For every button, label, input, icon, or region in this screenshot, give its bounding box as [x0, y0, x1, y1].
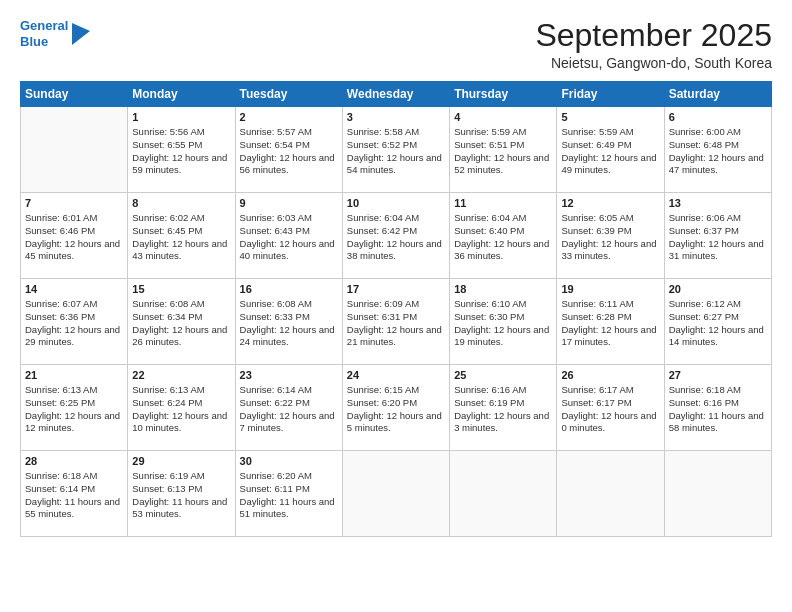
day-header-friday: Friday: [557, 82, 664, 107]
calendar-cell: 10Sunrise: 6:04 AMSunset: 6:42 PMDayligh…: [342, 193, 449, 279]
day-number: 24: [347, 368, 445, 383]
day-number: 23: [240, 368, 338, 383]
cell-info: Sunrise: 6:13 AMSunset: 6:25 PMDaylight:…: [25, 384, 123, 435]
day-number: 21: [25, 368, 123, 383]
day-number: 11: [454, 196, 552, 211]
calendar-cell: [342, 451, 449, 537]
day-header-monday: Monday: [128, 82, 235, 107]
week-row-5: 28Sunrise: 6:18 AMSunset: 6:14 PMDayligh…: [21, 451, 772, 537]
calendar-cell: 25Sunrise: 6:16 AMSunset: 6:19 PMDayligh…: [450, 365, 557, 451]
day-header-saturday: Saturday: [664, 82, 771, 107]
day-number: 6: [669, 110, 767, 125]
cell-info: Sunrise: 6:04 AMSunset: 6:42 PMDaylight:…: [347, 212, 445, 263]
calendar-cell: 14Sunrise: 6:07 AMSunset: 6:36 PMDayligh…: [21, 279, 128, 365]
day-number: 12: [561, 196, 659, 211]
cell-info: Sunrise: 6:06 AMSunset: 6:37 PMDaylight:…: [669, 212, 767, 263]
day-number: 4: [454, 110, 552, 125]
calendar-cell: 8Sunrise: 6:02 AMSunset: 6:45 PMDaylight…: [128, 193, 235, 279]
day-number: 1: [132, 110, 230, 125]
cell-info: Sunrise: 5:59 AMSunset: 6:49 PMDaylight:…: [561, 126, 659, 177]
day-number: 9: [240, 196, 338, 211]
cell-info: Sunrise: 6:19 AMSunset: 6:13 PMDaylight:…: [132, 470, 230, 521]
day-number: 7: [25, 196, 123, 211]
calendar-cell: 13Sunrise: 6:06 AMSunset: 6:37 PMDayligh…: [664, 193, 771, 279]
calendar-cell: 26Sunrise: 6:17 AMSunset: 6:17 PMDayligh…: [557, 365, 664, 451]
day-number: 8: [132, 196, 230, 211]
cell-info: Sunrise: 6:03 AMSunset: 6:43 PMDaylight:…: [240, 212, 338, 263]
cell-info: Sunrise: 6:12 AMSunset: 6:27 PMDaylight:…: [669, 298, 767, 349]
calendar-cell: 7Sunrise: 6:01 AMSunset: 6:46 PMDaylight…: [21, 193, 128, 279]
calendar-cell: 2Sunrise: 5:57 AMSunset: 6:54 PMDaylight…: [235, 107, 342, 193]
day-header-row: SundayMondayTuesdayWednesdayThursdayFrid…: [21, 82, 772, 107]
calendar-cell: 18Sunrise: 6:10 AMSunset: 6:30 PMDayligh…: [450, 279, 557, 365]
calendar-cell: 6Sunrise: 6:00 AMSunset: 6:48 PMDaylight…: [664, 107, 771, 193]
cell-info: Sunrise: 6:11 AMSunset: 6:28 PMDaylight:…: [561, 298, 659, 349]
calendar-cell: 11Sunrise: 6:04 AMSunset: 6:40 PMDayligh…: [450, 193, 557, 279]
calendar-cell: 16Sunrise: 6:08 AMSunset: 6:33 PMDayligh…: [235, 279, 342, 365]
calendar-cell: 21Sunrise: 6:13 AMSunset: 6:25 PMDayligh…: [21, 365, 128, 451]
calendar-cell: 28Sunrise: 6:18 AMSunset: 6:14 PMDayligh…: [21, 451, 128, 537]
calendar-cell: 4Sunrise: 5:59 AMSunset: 6:51 PMDaylight…: [450, 107, 557, 193]
calendar-cell: 9Sunrise: 6:03 AMSunset: 6:43 PMDaylight…: [235, 193, 342, 279]
day-number: 28: [25, 454, 123, 469]
cell-info: Sunrise: 5:59 AMSunset: 6:51 PMDaylight:…: [454, 126, 552, 177]
calendar-table: SundayMondayTuesdayWednesdayThursdayFrid…: [20, 81, 772, 537]
day-header-sunday: Sunday: [21, 82, 128, 107]
day-header-tuesday: Tuesday: [235, 82, 342, 107]
day-number: 18: [454, 282, 552, 297]
cell-info: Sunrise: 6:01 AMSunset: 6:46 PMDaylight:…: [25, 212, 123, 263]
calendar-cell: 1Sunrise: 5:56 AMSunset: 6:55 PMDaylight…: [128, 107, 235, 193]
calendar-cell: 30Sunrise: 6:20 AMSunset: 6:11 PMDayligh…: [235, 451, 342, 537]
calendar-title: September 2025: [535, 18, 772, 53]
calendar-cell: 17Sunrise: 6:09 AMSunset: 6:31 PMDayligh…: [342, 279, 449, 365]
day-number: 17: [347, 282, 445, 297]
calendar-cell: 3Sunrise: 5:58 AMSunset: 6:52 PMDaylight…: [342, 107, 449, 193]
cell-info: Sunrise: 5:58 AMSunset: 6:52 PMDaylight:…: [347, 126, 445, 177]
week-row-4: 21Sunrise: 6:13 AMSunset: 6:25 PMDayligh…: [21, 365, 772, 451]
calendar-cell: 23Sunrise: 6:14 AMSunset: 6:22 PMDayligh…: [235, 365, 342, 451]
calendar-subtitle: Neietsu, Gangwon-do, South Korea: [535, 55, 772, 71]
calendar-cell: 24Sunrise: 6:15 AMSunset: 6:20 PMDayligh…: [342, 365, 449, 451]
cell-info: Sunrise: 6:10 AMSunset: 6:30 PMDaylight:…: [454, 298, 552, 349]
day-number: 13: [669, 196, 767, 211]
day-number: 25: [454, 368, 552, 383]
calendar-cell: 12Sunrise: 6:05 AMSunset: 6:39 PMDayligh…: [557, 193, 664, 279]
calendar-cell: [450, 451, 557, 537]
cell-info: Sunrise: 6:09 AMSunset: 6:31 PMDaylight:…: [347, 298, 445, 349]
day-header-wednesday: Wednesday: [342, 82, 449, 107]
day-number: 26: [561, 368, 659, 383]
title-block: September 2025 Neietsu, Gangwon-do, Sout…: [535, 18, 772, 71]
calendar-cell: 22Sunrise: 6:13 AMSunset: 6:24 PMDayligh…: [128, 365, 235, 451]
day-number: 14: [25, 282, 123, 297]
cell-info: Sunrise: 6:18 AMSunset: 6:14 PMDaylight:…: [25, 470, 123, 521]
cell-info: Sunrise: 6:17 AMSunset: 6:17 PMDaylight:…: [561, 384, 659, 435]
day-number: 30: [240, 454, 338, 469]
cell-info: Sunrise: 6:18 AMSunset: 6:16 PMDaylight:…: [669, 384, 767, 435]
page: General Blue September 2025 Neietsu, Gan…: [0, 0, 792, 612]
cell-info: Sunrise: 6:14 AMSunset: 6:22 PMDaylight:…: [240, 384, 338, 435]
day-number: 16: [240, 282, 338, 297]
calendar-cell: 5Sunrise: 5:59 AMSunset: 6:49 PMDaylight…: [557, 107, 664, 193]
cell-info: Sunrise: 6:07 AMSunset: 6:36 PMDaylight:…: [25, 298, 123, 349]
header: General Blue September 2025 Neietsu, Gan…: [20, 18, 772, 71]
cell-info: Sunrise: 6:00 AMSunset: 6:48 PMDaylight:…: [669, 126, 767, 177]
calendar-cell: [664, 451, 771, 537]
logo-icon: [72, 23, 90, 45]
week-row-2: 7Sunrise: 6:01 AMSunset: 6:46 PMDaylight…: [21, 193, 772, 279]
cell-info: Sunrise: 5:56 AMSunset: 6:55 PMDaylight:…: [132, 126, 230, 177]
day-number: 3: [347, 110, 445, 125]
calendar-cell: 19Sunrise: 6:11 AMSunset: 6:28 PMDayligh…: [557, 279, 664, 365]
day-number: 5: [561, 110, 659, 125]
calendar-cell: [21, 107, 128, 193]
day-number: 2: [240, 110, 338, 125]
cell-info: Sunrise: 6:20 AMSunset: 6:11 PMDaylight:…: [240, 470, 338, 521]
day-number: 29: [132, 454, 230, 469]
cell-info: Sunrise: 5:57 AMSunset: 6:54 PMDaylight:…: [240, 126, 338, 177]
cell-info: Sunrise: 6:05 AMSunset: 6:39 PMDaylight:…: [561, 212, 659, 263]
day-number: 19: [561, 282, 659, 297]
cell-info: Sunrise: 6:13 AMSunset: 6:24 PMDaylight:…: [132, 384, 230, 435]
cell-info: Sunrise: 6:04 AMSunset: 6:40 PMDaylight:…: [454, 212, 552, 263]
day-number: 22: [132, 368, 230, 383]
cell-info: Sunrise: 6:02 AMSunset: 6:45 PMDaylight:…: [132, 212, 230, 263]
calendar-cell: 20Sunrise: 6:12 AMSunset: 6:27 PMDayligh…: [664, 279, 771, 365]
